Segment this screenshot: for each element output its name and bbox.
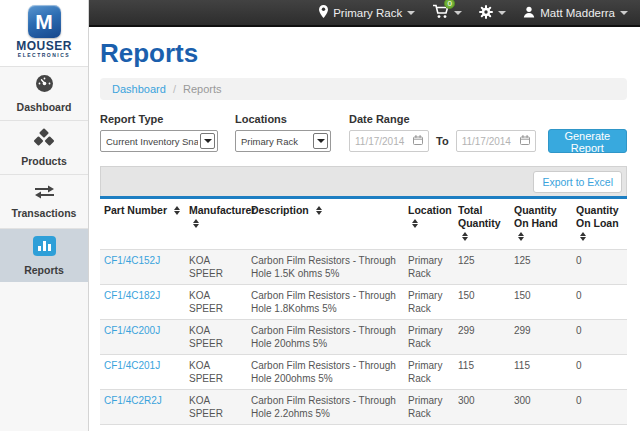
breadcrumb-dashboard-link[interactable]: Dashboard xyxy=(112,83,166,95)
cell-total-quantity: 125 xyxy=(454,250,510,285)
cell-manufacturer: KOA SPEER xyxy=(185,250,247,285)
location-pin-icon xyxy=(319,5,328,20)
locations-value: Primary Rack xyxy=(241,136,311,147)
breadcrumb-current: Reports xyxy=(183,83,222,95)
column-header-quantity-on-hand[interactable]: Quantity On Hand xyxy=(510,198,572,250)
calendar-icon xyxy=(413,135,423,147)
column-header-location[interactable]: Location xyxy=(404,198,454,250)
cell-part-number: CF1/4C182J xyxy=(100,285,185,320)
cell-part-number: CF1/4C332J xyxy=(100,425,185,431)
settings-menu[interactable] xyxy=(479,5,506,21)
column-header-manufacturer[interactable]: Manufacturer xyxy=(185,198,247,250)
cart-count-badge: 0 xyxy=(444,0,455,9)
part-number-link[interactable]: CF1/4C201J xyxy=(104,360,160,371)
table-row: CF1/4C2R2JKOA SPEERCarbon Film Resistors… xyxy=(100,390,627,425)
location-selector[interactable]: Primary Rack xyxy=(319,5,415,20)
part-number-link[interactable]: CF1/4C152J xyxy=(104,255,160,266)
user-icon xyxy=(523,6,535,20)
cell-quantity-on-loan: 0 xyxy=(572,390,627,425)
cell-location: Primary Rack xyxy=(404,250,454,285)
cell-part-number: CF1/4C152J xyxy=(100,250,185,285)
column-header-total-quantity[interactable]: Total Quantity xyxy=(454,198,510,250)
cart-menu[interactable]: 0 xyxy=(432,4,462,21)
report-type-value: Current Inventory Snapshot xyxy=(106,136,198,147)
cell-description: Carbon Film Resistors - Through Hole 2.2… xyxy=(247,390,404,425)
mouser-logo-icon: M xyxy=(28,5,61,38)
part-number-link[interactable]: CF1/4C182J xyxy=(104,290,160,301)
sidebar-item-label: Transactions xyxy=(12,207,77,219)
cell-description: Carbon Film Resistors - Through Hole 1.5… xyxy=(247,250,404,285)
filters-bar: Report Type Current Inventory Snapshot L… xyxy=(100,113,627,153)
cell-quantity-on-loan: 0 xyxy=(572,355,627,390)
sort-icon xyxy=(518,232,524,241)
cell-description: Carbon Film Resistors - Through Hole 1.8… xyxy=(247,285,404,320)
export-to-excel-button[interactable]: Export to Excel xyxy=(533,171,622,193)
location-label: Primary Rack xyxy=(333,7,402,19)
date-from-input[interactable]: 11/17/2014 xyxy=(349,130,429,152)
cell-total-quantity: 115 xyxy=(454,355,510,390)
sort-icon xyxy=(580,232,586,241)
cell-part-number: CF1/4C201J xyxy=(100,355,185,390)
sort-icon xyxy=(174,206,180,215)
date-range-label: Date Range xyxy=(349,113,536,125)
cell-part-number: CF1/4C200J xyxy=(100,320,185,355)
cell-location: Primary Rack xyxy=(404,390,454,425)
cell-total-quantity: 150 xyxy=(454,425,510,431)
sort-icon xyxy=(316,206,322,215)
sidebar-item-dashboard[interactable]: Dashboard xyxy=(0,66,88,120)
brand-subtitle: ELECTRONICS xyxy=(0,52,88,58)
cell-description: Carbon Film Resistors - Through Hole 3.3… xyxy=(247,425,404,431)
cell-location: Primary Rack xyxy=(404,285,454,320)
cell-quantity-on-loan: 0 xyxy=(572,425,627,431)
sidebar-item-products[interactable]: Products xyxy=(0,120,88,174)
user-menu[interactable]: Matt Madderra xyxy=(523,6,628,20)
table-row: CF1/4C182JKOA SPEERCarbon Film Resistors… xyxy=(100,285,627,320)
table-toolbar: Export to Excel xyxy=(100,166,627,196)
sidebar: M MOUSER ELECTRONICS Dashboard xyxy=(0,0,89,431)
cell-manufacturer: KOA SPEER xyxy=(185,390,247,425)
date-to-input[interactable]: 11/17/2014 xyxy=(456,130,536,152)
chevron-down-icon xyxy=(313,133,328,149)
part-number-link[interactable]: CF1/4C200J xyxy=(104,325,160,336)
table-body: CF1/4C152JKOA SPEERCarbon Film Resistors… xyxy=(100,250,627,431)
logo-letter: M xyxy=(35,10,53,33)
locations-select[interactable]: Primary Rack xyxy=(235,130,331,152)
sidebar-item-reports[interactable]: Reports xyxy=(0,228,88,282)
report-type-select[interactable]: Current Inventory Snapshot xyxy=(100,130,218,152)
cell-quantity-on-loan: 0 xyxy=(572,285,627,320)
user-name: Matt Madderra xyxy=(540,7,615,19)
column-header-part-number[interactable]: Part Number xyxy=(100,198,185,250)
chevron-down-icon xyxy=(200,133,215,149)
table-row: CF1/4C152JKOA SPEERCarbon Film Resistors… xyxy=(100,250,627,285)
table-row: CF1/4C200JKOA SPEERCarbon Film Resistors… xyxy=(100,320,627,355)
chevron-down-icon xyxy=(407,11,415,15)
cell-quantity-on-hand: 150 xyxy=(510,285,572,320)
cell-quantity-on-loan: 0 xyxy=(572,250,627,285)
cell-location: Primary Rack xyxy=(404,320,454,355)
report-panel: Export to Excel Part Number Manufacturer… xyxy=(100,166,627,431)
table-row: CF1/4C201JKOA SPEERCarbon Film Resistors… xyxy=(100,355,627,390)
cell-location: Primary Rack xyxy=(404,355,454,390)
table-row: CF1/4C332JKOA SPEERCarbon Film Resistors… xyxy=(100,425,627,431)
column-header-quantity-on-loan[interactable]: Quantity On Loan xyxy=(572,198,627,250)
cell-quantity-on-hand: 115 xyxy=(510,355,572,390)
cubes-icon xyxy=(33,128,55,151)
sidebar-item-transactions[interactable]: Transactions xyxy=(0,174,88,228)
cell-quantity-on-loan: 0 xyxy=(572,320,627,355)
cell-description: Carbon Film Resistors - Through Hole 200… xyxy=(247,355,404,390)
cell-quantity-on-hand: 125 xyxy=(510,250,572,285)
cell-manufacturer: KOA SPEER xyxy=(185,355,247,390)
column-header-description[interactable]: Description xyxy=(247,198,404,250)
calendar-icon xyxy=(520,135,530,147)
column-label: Location xyxy=(408,204,452,216)
locations-group: Locations Primary Rack xyxy=(235,113,331,152)
cell-quantity-on-hand: 300 xyxy=(510,390,572,425)
gauge-icon xyxy=(35,74,54,97)
chevron-down-icon xyxy=(454,11,462,15)
generate-report-button[interactable]: Generate Report xyxy=(548,129,627,153)
part-number-link[interactable]: CF1/4C2R2J xyxy=(104,395,162,406)
cell-total-quantity: 150 xyxy=(454,285,510,320)
breadcrumb-separator: / xyxy=(173,83,176,95)
chevron-down-icon xyxy=(620,11,628,15)
brand-logo[interactable]: M MOUSER ELECTRONICS xyxy=(0,0,88,66)
